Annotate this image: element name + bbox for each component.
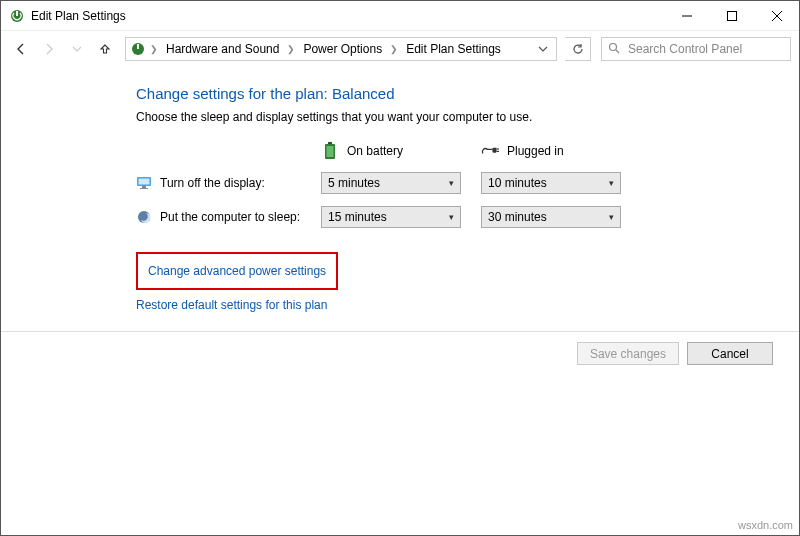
svg-line-9 bbox=[616, 50, 619, 53]
sleep-plugged-value: 30 minutes bbox=[488, 210, 609, 224]
column-header-battery: On battery bbox=[321, 142, 461, 160]
chevron-right-icon: ❯ bbox=[388, 44, 400, 54]
content-area: Change settings for the plan: Balanced C… bbox=[1, 67, 799, 334]
plug-icon bbox=[481, 142, 499, 160]
refresh-button[interactable] bbox=[565, 37, 591, 61]
minimize-button[interactable] bbox=[664, 1, 709, 31]
settings-grid: On battery Plugged in bbox=[136, 142, 759, 228]
breadcrumb-power-options[interactable]: Power Options bbox=[299, 38, 386, 60]
location-icon bbox=[130, 41, 146, 57]
column-header-plugged: Plugged in bbox=[481, 142, 621, 160]
chevron-down-icon: ▾ bbox=[449, 212, 454, 222]
save-button[interactable]: Save changes bbox=[577, 342, 679, 365]
sleep-icon bbox=[136, 209, 152, 225]
page-title: Change settings for the plan: Balanced bbox=[136, 85, 759, 102]
display-plugged-select[interactable]: 10 minutes ▾ bbox=[481, 172, 621, 194]
row-label-sleep-text: Put the computer to sleep: bbox=[160, 210, 300, 224]
search-box[interactable] bbox=[601, 37, 791, 61]
power-options-icon bbox=[9, 8, 25, 24]
display-plugged-value: 10 minutes bbox=[488, 176, 609, 190]
search-input[interactable] bbox=[626, 41, 784, 57]
address-dropdown[interactable] bbox=[534, 38, 552, 60]
recent-dropdown[interactable] bbox=[65, 37, 89, 61]
display-battery-select[interactable]: 5 minutes ▾ bbox=[321, 172, 461, 194]
display-icon bbox=[136, 175, 152, 191]
svg-rect-3 bbox=[727, 11, 736, 20]
svg-rect-13 bbox=[492, 148, 496, 153]
close-button[interactable] bbox=[754, 1, 799, 31]
up-button[interactable] bbox=[93, 37, 117, 61]
advanced-power-settings-link[interactable]: Change advanced power settings bbox=[148, 262, 326, 280]
navbar: ❯ Hardware and Sound ❯ Power Options ❯ E… bbox=[1, 31, 799, 67]
titlebar: Edit Plan Settings bbox=[1, 1, 799, 31]
forward-button[interactable] bbox=[37, 37, 61, 61]
chevron-down-icon: ▾ bbox=[609, 178, 614, 188]
links-area: Change advanced power settings Restore d… bbox=[136, 252, 759, 314]
window-title: Edit Plan Settings bbox=[31, 9, 126, 23]
window-controls bbox=[664, 1, 799, 31]
sleep-battery-select[interactable]: 15 minutes ▾ bbox=[321, 206, 461, 228]
svg-rect-7 bbox=[137, 44, 139, 49]
chevron-right-icon: ❯ bbox=[148, 44, 160, 54]
svg-point-8 bbox=[610, 43, 617, 50]
battery-icon bbox=[321, 142, 339, 160]
chevron-right-icon: ❯ bbox=[285, 44, 297, 54]
svg-rect-18 bbox=[142, 186, 146, 188]
breadcrumb-hardware-and-sound[interactable]: Hardware and Sound bbox=[162, 38, 283, 60]
highlight-annotation: Change advanced power settings bbox=[136, 252, 338, 290]
svg-rect-1 bbox=[16, 11, 18, 16]
row-label-display: Turn off the display: bbox=[136, 175, 301, 191]
svg-rect-17 bbox=[139, 179, 150, 185]
search-icon bbox=[608, 42, 620, 57]
svg-rect-12 bbox=[327, 146, 334, 157]
row-label-display-text: Turn off the display: bbox=[160, 176, 265, 190]
breadcrumb-edit-plan-settings[interactable]: Edit Plan Settings bbox=[402, 38, 505, 60]
watermark: wsxdn.com bbox=[738, 519, 793, 531]
svg-rect-10 bbox=[328, 142, 332, 144]
chevron-down-icon: ▾ bbox=[449, 178, 454, 188]
row-label-sleep: Put the computer to sleep: bbox=[136, 209, 301, 225]
cancel-button[interactable]: Cancel bbox=[687, 342, 773, 365]
svg-rect-19 bbox=[140, 188, 148, 189]
maximize-button[interactable] bbox=[709, 1, 754, 31]
address-bar[interactable]: ❯ Hardware and Sound ❯ Power Options ❯ E… bbox=[125, 37, 557, 61]
restore-defaults-link[interactable]: Restore default settings for this plan bbox=[136, 296, 327, 314]
sleep-battery-value: 15 minutes bbox=[328, 210, 449, 224]
back-button[interactable] bbox=[9, 37, 33, 61]
column-header-plugged-label: Plugged in bbox=[507, 144, 564, 158]
column-header-battery-label: On battery bbox=[347, 144, 403, 158]
footer: Save changes Cancel bbox=[1, 331, 799, 375]
display-battery-value: 5 minutes bbox=[328, 176, 449, 190]
sleep-plugged-select[interactable]: 30 minutes ▾ bbox=[481, 206, 621, 228]
chevron-down-icon: ▾ bbox=[609, 212, 614, 222]
page-subtitle: Choose the sleep and display settings th… bbox=[136, 110, 759, 124]
